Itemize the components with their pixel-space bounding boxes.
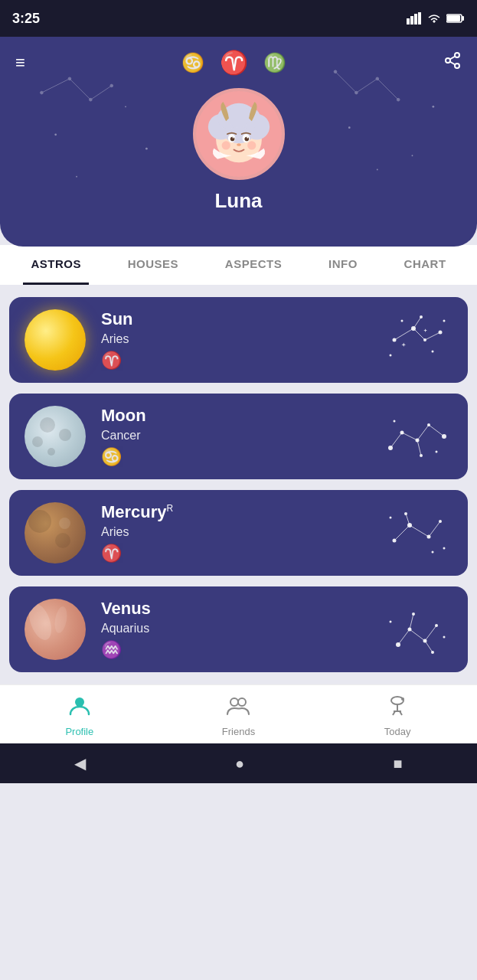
planet-card-mercury[interactable]: MercuryR Aries ♈ [9, 490, 468, 576]
profile-label: Profile [65, 726, 93, 737]
tab-houses[interactable]: HOUSES [120, 245, 186, 285]
venus-planet [25, 599, 86, 660]
today-icon [386, 694, 409, 723]
venus-glyph: ♒ [101, 640, 379, 660]
svg-point-57 [423, 338, 426, 341]
tab-info[interactable]: INFO [321, 245, 365, 285]
svg-point-104 [238, 698, 246, 706]
svg-rect-1 [410, 16, 413, 24]
svg-point-55 [393, 338, 397, 342]
svg-point-86 [443, 547, 446, 550]
moon-glyph: ♋ [101, 447, 379, 467]
sun-constellation [379, 309, 456, 371]
svg-point-102 [75, 697, 84, 707]
svg-line-109 [400, 711, 402, 715]
svg-point-82 [407, 523, 412, 528]
hero-topbar: ≡ ♋ ♈ ♍ [15, 49, 462, 76]
svg-point-19 [376, 77, 379, 80]
user-name: Luna [214, 189, 262, 213]
svg-line-90 [410, 629, 425, 641]
moon-name: Moon [101, 406, 379, 426]
back-button[interactable]: ◀ [74, 754, 86, 773]
svg-line-67 [429, 425, 444, 436]
nav-profile[interactable]: Profile [49, 694, 110, 737]
mercury-name: MercuryR [101, 502, 379, 522]
moon-info: Moon Cancer ♋ [101, 406, 379, 467]
svg-point-62 [443, 320, 446, 322]
svg-line-79 [429, 521, 440, 537]
nav-friends[interactable]: Friends [207, 694, 269, 737]
svg-point-45 [244, 137, 249, 142]
svg-point-70 [400, 431, 404, 435]
svg-rect-2 [414, 14, 417, 24]
svg-line-15 [356, 79, 377, 93]
svg-point-84 [439, 520, 442, 523]
svg-line-108 [393, 711, 395, 715]
sun-name: Sun [101, 309, 379, 329]
venus-name: Venus [101, 599, 379, 619]
svg-point-48 [237, 143, 241, 146]
svg-point-76 [436, 451, 438, 453]
planet-card-venus[interactable]: Venus Aquarius ♒ [9, 586, 468, 672]
svg-line-9 [90, 86, 111, 100]
nav-today[interactable]: Today [367, 694, 428, 737]
svg-point-75 [394, 420, 396, 423]
share-button[interactable] [443, 51, 462, 74]
svg-rect-6 [462, 16, 464, 21]
menu-button[interactable]: ≡ [15, 53, 25, 73]
tab-aspects[interactable]: ASPECTS [217, 245, 289, 285]
wifi-icon [426, 12, 442, 24]
svg-point-50 [247, 141, 256, 149]
planet-card-sun[interactable]: Sun Aries ♈ [9, 297, 468, 383]
mercury-info: MercuryR Aries ♈ [101, 502, 379, 564]
profile-icon [68, 694, 91, 723]
svg-point-10 [41, 91, 44, 94]
sun-sign: Aries [101, 332, 379, 346]
planet-list: Sun Aries ♈ [0, 285, 477, 684]
mercury-sign: Aries [101, 525, 379, 539]
svg-line-8 [70, 79, 90, 100]
zodiac-signs: ♋ ♈ ♍ [181, 49, 286, 76]
svg-point-61 [401, 320, 403, 322]
svg-point-28 [377, 169, 378, 171]
svg-point-73 [442, 434, 446, 439]
tab-astros[interactable]: ASTROS [23, 245, 89, 285]
moon-icon-container [9, 406, 101, 467]
home-button[interactable]: ● [235, 755, 244, 773]
svg-point-96 [423, 639, 427, 643]
signal-icon [407, 12, 422, 24]
svg-line-7 [41, 79, 70, 93]
tab-chart[interactable]: CHART [397, 245, 454, 285]
venus-constellation [379, 599, 456, 660]
svg-line-68 [417, 440, 421, 456]
status-time: 3:25 [12, 11, 40, 27]
moon-sign: Cancer [101, 429, 379, 443]
svg-point-81 [393, 539, 397, 543]
mercury-planet [25, 502, 86, 564]
svg-point-58 [439, 331, 443, 335]
svg-line-65 [402, 433, 417, 440]
svg-point-105 [391, 697, 403, 704]
svg-point-56 [411, 326, 416, 331]
svg-line-64 [390, 433, 402, 448]
recent-button[interactable]: ■ [394, 755, 403, 773]
svg-point-11 [68, 77, 71, 80]
svg-point-85 [404, 512, 407, 515]
svg-point-110 [401, 697, 404, 701]
svg-line-92 [425, 641, 433, 652]
svg-point-87 [390, 517, 392, 519]
android-navbar: ◀ ● ■ [0, 743, 477, 783]
svg-point-44 [230, 137, 234, 142]
svg-line-51 [394, 328, 413, 340]
bottom-nav: Profile Friends Today [0, 684, 477, 743]
svg-point-47 [247, 137, 248, 139]
venus-sign: Aquarius [101, 622, 379, 635]
svg-point-98 [431, 651, 434, 654]
planet-card-moon[interactable]: Moon Cancer ♋ [9, 394, 468, 479]
svg-line-32 [450, 61, 456, 64]
moon-constellation [379, 406, 456, 467]
svg-line-78 [410, 525, 429, 537]
svg-rect-5 [447, 15, 460, 21]
svg-point-26 [412, 155, 413, 156]
svg-point-83 [427, 535, 431, 539]
